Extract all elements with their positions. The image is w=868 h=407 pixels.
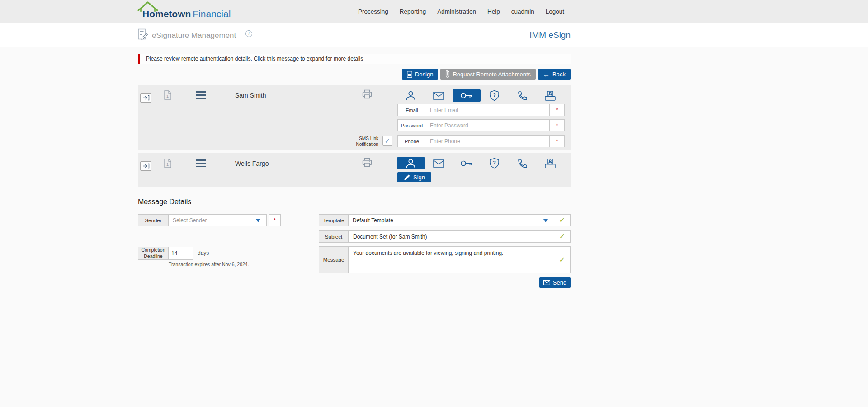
reorder-handle-icon[interactable] bbox=[196, 91, 206, 99]
key-icon bbox=[460, 92, 472, 99]
nav-item-help[interactable]: Help bbox=[487, 8, 500, 15]
paperclip-icon bbox=[445, 70, 450, 78]
toolbar: Design Request Remote Attachments ← Back bbox=[402, 69, 571, 80]
hamburger-bar bbox=[196, 98, 206, 99]
completion-deadline-label: Completion Deadline bbox=[138, 247, 169, 260]
svg-text:?: ? bbox=[493, 160, 496, 165]
design-button[interactable]: Design bbox=[402, 69, 438, 80]
back-button-label: Back bbox=[552, 71, 566, 78]
product-name: IMM eSign bbox=[529, 30, 571, 40]
sms-notification-checkbox[interactable]: ✓ bbox=[382, 136, 392, 146]
email-input[interactable] bbox=[426, 104, 550, 116]
esignature-doc-icon bbox=[138, 28, 148, 42]
print-icon[interactable] bbox=[362, 89, 372, 101]
request-remote-attachments-button[interactable]: Request Remote Attachments bbox=[440, 69, 536, 80]
document-count-icon[interactable]: 1 bbox=[164, 159, 171, 170]
signer-name: Sam Smith bbox=[235, 92, 266, 99]
auth-method-remote-id[interactable] bbox=[536, 89, 564, 102]
signer-row: 1 Sam Smith bbox=[138, 85, 571, 150]
info-icon[interactable]: i bbox=[245, 30, 252, 37]
required-marker: * bbox=[550, 104, 565, 116]
template-label: Template bbox=[319, 214, 349, 226]
auth-method-remote-id[interactable] bbox=[536, 157, 564, 169]
template-valid-check: ✓ bbox=[554, 214, 571, 226]
alert-banner[interactable]: Please review remote authentication deta… bbox=[138, 54, 571, 64]
envelope-icon bbox=[433, 159, 444, 168]
esign-page: HometownFinancial Processing Reporting A… bbox=[0, 0, 868, 407]
sender-select[interactable]: Select Sender bbox=[169, 214, 267, 226]
required-marker: * bbox=[550, 135, 565, 147]
key-icon bbox=[460, 160, 472, 167]
nav-item-user[interactable]: cuadmin bbox=[511, 8, 534, 15]
document-count-icon[interactable]: 1 bbox=[164, 90, 171, 102]
hamburger-bar bbox=[196, 166, 206, 167]
subject-row: Subject ✓ bbox=[319, 230, 571, 243]
message-label: Message bbox=[319, 246, 349, 273]
auth-method-password[interactable] bbox=[453, 157, 481, 169]
message-details-title: Message Details bbox=[138, 198, 191, 206]
nav-item-administration[interactable]: Administration bbox=[437, 8, 476, 15]
pen-icon bbox=[404, 174, 410, 181]
subject-input[interactable] bbox=[349, 230, 554, 243]
request-remote-attachments-label: Request Remote Attachments bbox=[453, 71, 531, 78]
page-header: eSignature Management i IMM eSign bbox=[0, 23, 868, 47]
template-row: Template Default Template ✓ bbox=[319, 214, 571, 226]
auth-method-password[interactable] bbox=[453, 89, 481, 102]
sign-in-icon bbox=[142, 163, 150, 169]
required-marker: * bbox=[550, 119, 565, 131]
auth-method-email[interactable] bbox=[425, 157, 453, 169]
svg-text:1: 1 bbox=[166, 162, 169, 167]
email-field-label: Email bbox=[397, 104, 426, 116]
send-button[interactable]: Send bbox=[539, 277, 571, 288]
auth-method-in-person[interactable] bbox=[397, 157, 425, 169]
id-scan-icon bbox=[544, 90, 556, 101]
signer-row: 1 Wells Fargo bbox=[138, 153, 571, 187]
auth-method-email[interactable] bbox=[425, 89, 453, 102]
sender-row: Sender Select Sender * bbox=[138, 214, 281, 226]
password-field-row: Password * bbox=[397, 119, 565, 131]
days-label: days bbox=[198, 250, 209, 256]
dropdown-caret-icon bbox=[256, 219, 260, 222]
hamburger-bar bbox=[196, 94, 206, 96]
nav-item-processing[interactable]: Processing bbox=[358, 8, 388, 15]
template-select[interactable]: Default Template bbox=[349, 214, 554, 226]
nav-item-logout[interactable]: Logout bbox=[546, 8, 564, 15]
nav-links: Processing Reporting Administration Help… bbox=[358, 0, 564, 23]
svg-text:1: 1 bbox=[166, 94, 169, 98]
required-marker: * bbox=[269, 214, 281, 226]
shield-question-icon: ? bbox=[489, 90, 500, 101]
auth-method-in-person[interactable] bbox=[397, 89, 425, 102]
envelope-icon bbox=[433, 92, 444, 100]
phone-icon bbox=[517, 91, 528, 101]
print-icon[interactable] bbox=[362, 158, 372, 169]
completion-deadline-row: Completion Deadline bbox=[138, 247, 193, 260]
email-field-row: Email * bbox=[397, 104, 565, 116]
sign-button[interactable]: Sign bbox=[397, 172, 431, 182]
template-select-value: Default Template bbox=[353, 217, 393, 224]
dropdown-caret-icon bbox=[543, 219, 548, 222]
phone-input[interactable] bbox=[426, 135, 550, 147]
message-valid-check: ✓ bbox=[554, 246, 571, 273]
sign-in-icon bbox=[142, 95, 150, 101]
auth-method-security-question[interactable]: ? bbox=[481, 157, 509, 169]
brand-logo[interactable]: HometownFinancial bbox=[137, 1, 231, 19]
message-textarea[interactable]: Your documents are available for viewing… bbox=[349, 246, 554, 273]
signer-type-button[interactable] bbox=[140, 161, 151, 171]
signer-type-button[interactable] bbox=[140, 93, 151, 103]
sender-select-value: Select Sender bbox=[173, 217, 207, 224]
password-input[interactable] bbox=[426, 119, 550, 131]
reorder-handle-icon[interactable] bbox=[196, 159, 206, 167]
auth-method-phone[interactable] bbox=[508, 157, 536, 169]
design-button-label: Design bbox=[415, 71, 433, 78]
auth-method-security-question[interactable]: ? bbox=[481, 89, 509, 102]
shield-question-icon: ? bbox=[489, 158, 500, 169]
page-title: eSignature Management bbox=[152, 31, 236, 40]
auth-method-phone[interactable] bbox=[508, 89, 536, 102]
sign-button-label: Sign bbox=[413, 174, 425, 181]
back-button[interactable]: ← Back bbox=[538, 69, 571, 80]
nav-item-reporting[interactable]: Reporting bbox=[400, 8, 426, 15]
completion-deadline-input[interactable] bbox=[169, 247, 193, 260]
brand-name-secondary: Financial bbox=[193, 9, 231, 19]
person-icon bbox=[406, 158, 416, 169]
brand-text: HometownFinancial bbox=[142, 9, 231, 19]
